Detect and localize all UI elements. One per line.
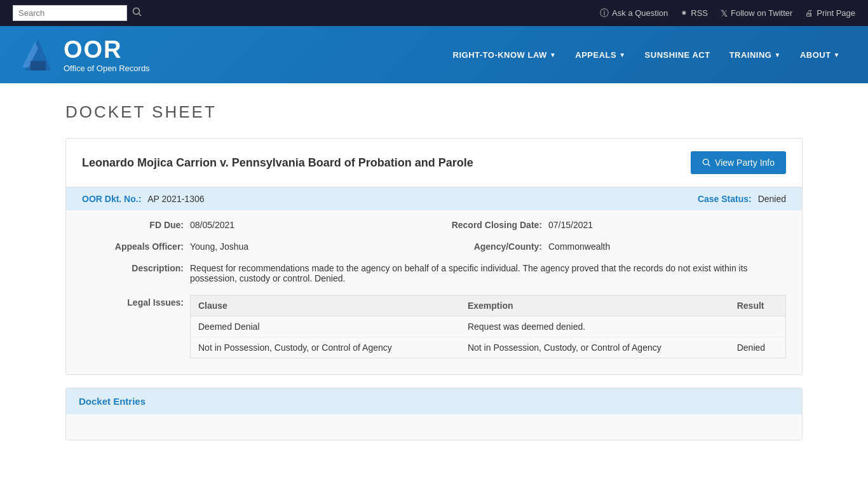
- view-party-label: View Party Info: [715, 158, 775, 168]
- svg-point-5: [703, 159, 709, 165]
- main-content: DOCKET SHEET Leonardo Mojica Carrion v. …: [53, 83, 815, 459]
- nav-training-label: TRAINING: [729, 50, 772, 60]
- record-closing-value: 07/15/2021: [548, 220, 786, 230]
- fd-due-label: FD Due:: [82, 220, 184, 230]
- fd-due-value: 08/05/2021: [190, 220, 428, 230]
- search-input[interactable]: [13, 5, 127, 21]
- search-area: [13, 5, 142, 21]
- chevron-down-icon: ▼: [774, 51, 780, 58]
- description-value: Request for recommendations made to the …: [190, 263, 786, 283]
- table-row: Not in Possession, Custody, or Control o…: [191, 337, 786, 358]
- fd-due-col: FD Due: 08/05/2021: [82, 220, 428, 230]
- appeals-officer-value: Young, Joshua: [190, 241, 428, 252]
- agency-county-col: Agency/County: Commonwealth: [440, 241, 786, 252]
- detail-row-dates: FD Due: 08/05/2021 Record Closing Date: …: [82, 220, 786, 230]
- clause-cell: Not in Possession, Custody, or Control o…: [191, 337, 460, 358]
- print-link[interactable]: 🖨 Print Page: [805, 8, 855, 18]
- nav-rtk-label: RIGHT-TO-KNOW LAW: [453, 50, 547, 60]
- print-icon: 🖨: [805, 8, 813, 18]
- legal-issues-label: Legal Issues:: [82, 295, 184, 358]
- svg-line-6: [708, 164, 710, 166]
- exemption-cell: Not in Possession, Custody, or Control o…: [460, 337, 729, 358]
- detail-row-description: Description: Request for recommendations…: [82, 263, 786, 283]
- view-party-button[interactable]: View Party Info: [691, 151, 786, 174]
- legal-issues-table: Clause Exemption Result Deemed DenialReq…: [190, 295, 786, 358]
- chevron-down-icon: ▼: [619, 51, 625, 58]
- page-title: DOCKET SHEET: [65, 102, 803, 122]
- appeals-officer-label: Appeals Officer:: [82, 241, 184, 252]
- exemption-cell: Request was deemed denied.: [460, 316, 729, 337]
- legal-issues-row: Legal Issues: Clause Exemption Result De…: [82, 295, 786, 358]
- result-cell: [729, 316, 786, 337]
- case-status-area: Case Status: Denied: [698, 194, 786, 204]
- logo-area: OOR Office of Open Records: [19, 36, 150, 74]
- docket-number-area: OOR Dkt. No.: AP 2021-1306: [82, 194, 205, 204]
- rss-link[interactable]: ⁕ RSS: [681, 8, 708, 18]
- ask-question-link[interactable]: ⓘ Ask a Question: [600, 8, 668, 19]
- docket-entries-body: [66, 414, 802, 440]
- logo-tagline: Office of Open Records: [64, 64, 150, 73]
- main-nav: RIGHT-TO-KNOW LAW ▼ APPEALS ▼ SUNSHINE A…: [444, 44, 849, 66]
- legal-table-header-row: Clause Exemption Result: [191, 295, 786, 316]
- svg-point-0: [133, 8, 140, 15]
- description-label: Description:: [82, 263, 184, 283]
- docket-number-value: AP 2021-1306: [147, 194, 204, 204]
- detail-row-officer: Appeals Officer: Young, Joshua Agency/Co…: [82, 241, 786, 252]
- case-header: Leonardo Mojica Carrion v. Pennsylvania …: [66, 139, 802, 187]
- result-cell: Denied: [729, 337, 786, 358]
- chevron-down-icon: ▼: [834, 51, 840, 58]
- agency-county-label: Agency/County:: [440, 241, 542, 252]
- docket-entries-header: Docket Entries: [66, 388, 802, 414]
- clause-column-header: Clause: [191, 295, 460, 316]
- search-icon: [702, 158, 711, 167]
- result-column-header: Result: [729, 295, 786, 316]
- search-icon: [132, 7, 142, 17]
- case-details: FD Due: 08/05/2021 Record Closing Date: …: [66, 210, 802, 374]
- logo-abbr: OOR: [64, 36, 150, 64]
- rss-icon: ⁕: [681, 8, 688, 18]
- appeals-officer-col: Appeals Officer: Young, Joshua: [82, 241, 428, 252]
- svg-rect-4: [31, 61, 46, 71]
- nav-item-appeals[interactable]: APPEALS ▼: [566, 44, 634, 66]
- record-closing-col: Record Closing Date: 07/15/2021: [440, 220, 786, 230]
- nav-item-rtk[interactable]: RIGHT-TO-KNOW LAW ▼: [444, 44, 566, 66]
- nav-item-training[interactable]: TRAINING ▼: [721, 44, 790, 66]
- twitter-label: Follow on Twitter: [731, 8, 792, 18]
- case-card: Leonardo Mojica Carrion v. Pennsylvania …: [65, 138, 803, 375]
- svg-line-1: [139, 14, 142, 17]
- nav-appeals-label: APPEALS: [575, 50, 616, 60]
- docket-entries-section: Docket Entries: [65, 388, 803, 440]
- agency-county-value: Commonwealth: [548, 241, 786, 252]
- site-header: OOR Office of Open Records RIGHT-TO-KNOW…: [0, 26, 868, 83]
- search-button[interactable]: [132, 7, 142, 19]
- logo-icon: [19, 36, 57, 74]
- table-row: Deemed DenialRequest was deemed denied.: [191, 316, 786, 337]
- top-bar-links: ⓘ Ask a Question ⁕ RSS 𝕏 Follow on Twitt…: [600, 8, 855, 19]
- clause-cell: Deemed Denial: [191, 316, 460, 337]
- top-bar: ⓘ Ask a Question ⁕ RSS 𝕏 Follow on Twitt…: [0, 0, 868, 26]
- record-closing-label: Record Closing Date:: [440, 220, 542, 230]
- nav-about-label: ABOUT: [800, 50, 831, 60]
- case-title: Leonardo Mojica Carrion v. Pennsylvania …: [82, 156, 473, 170]
- nav-item-sunshine[interactable]: SUNSHINE ACT: [636, 44, 719, 66]
- logo-text: OOR Office of Open Records: [64, 36, 150, 73]
- docket-info-bar: OOR Dkt. No.: AP 2021-1306 Case Status: …: [66, 187, 802, 210]
- twitter-link[interactable]: 𝕏 Follow on Twitter: [721, 8, 792, 18]
- case-status-value: Denied: [758, 194, 786, 204]
- rss-label: RSS: [691, 8, 708, 18]
- docket-number-label: OOR Dkt. No.:: [82, 194, 141, 204]
- chevron-down-icon: ▼: [550, 51, 556, 58]
- ask-question-label: Ask a Question: [612, 8, 668, 18]
- nav-item-about[interactable]: ABOUT ▼: [791, 44, 849, 66]
- question-circle-icon: ⓘ: [600, 8, 609, 19]
- twitter-icon: 𝕏: [721, 8, 728, 18]
- case-status-label: Case Status:: [698, 194, 752, 204]
- exemption-column-header: Exemption: [460, 295, 729, 316]
- print-label: Print Page: [817, 8, 855, 18]
- nav-sunshine-label: SUNSHINE ACT: [645, 50, 710, 60]
